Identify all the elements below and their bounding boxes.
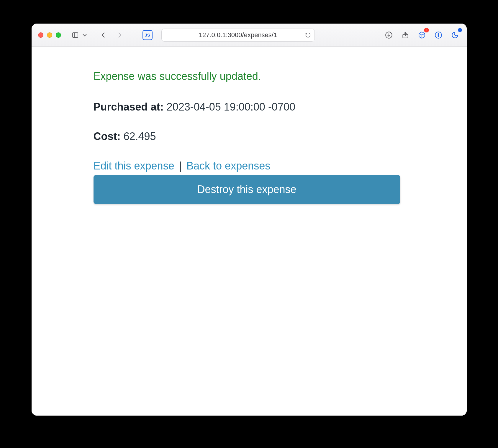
content-inner: Expense was successfully updated. Purcha… xyxy=(94,70,400,204)
url-text: 127.0.0.1:3000/expenses/1 xyxy=(166,31,310,39)
purchased-at-row: Purchased at: 2023-04-05 19:00:00 -0700 xyxy=(94,101,400,113)
browser-window: JS 127.0.0.1:3000/expenses/1 xyxy=(32,24,467,416)
action-links-row: Edit this expense | Back to expenses xyxy=(94,160,400,172)
cost-label: Cost: xyxy=(94,130,121,142)
close-window-button[interactable] xyxy=(38,32,43,38)
destroy-expense-button[interactable]: Destroy this expense xyxy=(94,175,400,204)
1password-button[interactable] xyxy=(433,30,444,40)
moon-badge xyxy=(458,28,462,32)
tab-group-dropdown-button[interactable] xyxy=(79,30,90,40)
sidebar-toggle-button[interactable] xyxy=(70,30,81,40)
share-button[interactable] xyxy=(400,30,411,40)
page-content: Expense was successfully updated. Purcha… xyxy=(32,47,467,416)
extension-box-button[interactable]: II xyxy=(417,30,427,40)
edit-expense-link[interactable]: Edit this expense xyxy=(94,160,174,172)
svg-rect-7 xyxy=(438,33,439,37)
forward-button[interactable] xyxy=(114,30,125,40)
cost-value: 62.495 xyxy=(124,130,156,142)
js-badge-icon[interactable]: JS xyxy=(142,30,153,40)
titlebar: JS 127.0.0.1:3000/expenses/1 xyxy=(32,24,467,47)
window-controls xyxy=(38,32,61,38)
downloads-button[interactable] xyxy=(384,30,394,40)
extension-pause-badge: II xyxy=(424,28,429,32)
back-button[interactable] xyxy=(98,30,109,40)
reload-button[interactable] xyxy=(305,32,311,38)
link-separator: | xyxy=(177,160,184,172)
cost-row: Cost: 62.495 xyxy=(94,130,400,143)
purchased-at-label: Purchased at: xyxy=(94,101,164,113)
purchased-at-value: 2023-04-05 19:00:00 -0700 xyxy=(167,101,295,113)
svg-rect-0 xyxy=(73,33,78,37)
address-bar[interactable]: 127.0.0.1:3000/expenses/1 xyxy=(161,29,315,42)
sidebar-toggle-group xyxy=(70,30,90,40)
moon-button[interactable] xyxy=(450,30,460,40)
minimize-window-button[interactable] xyxy=(47,32,52,38)
maximize-window-button[interactable] xyxy=(56,32,61,38)
nav-arrows xyxy=(98,30,125,40)
toolbar-right-icons: II xyxy=(384,30,460,40)
flash-notice: Expense was successfully updated. xyxy=(94,70,400,83)
back-to-expenses-link[interactable]: Back to expenses xyxy=(186,160,270,172)
